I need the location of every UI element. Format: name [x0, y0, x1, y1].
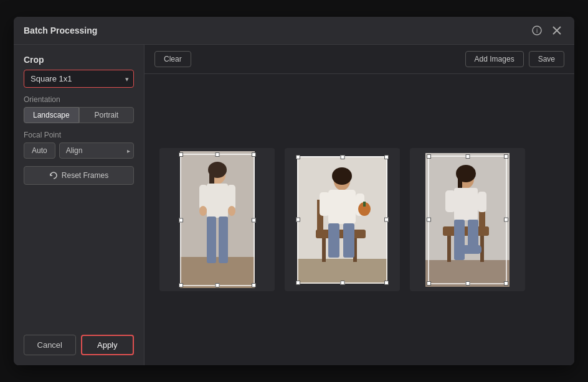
modal-overlay: Batch Processing i [0, 0, 588, 382]
modal-body: Crop Square 1x1 Original 16:9 4:3 3:2 Cu… [14, 45, 574, 365]
focal-align-select[interactable]: Align Center Top Bottom Left Right [59, 142, 134, 159]
crop-handle-ml-2[interactable] [296, 218, 300, 222]
cancel-button[interactable]: Cancel [24, 335, 76, 355]
toolbar-right: Add Images Save [465, 51, 564, 67]
clear-button[interactable]: Clear [154, 51, 191, 67]
landscape-button[interactable]: Landscape [24, 107, 79, 123]
crop-handle-tm-3[interactable] [465, 154, 470, 159]
crop-handle-tr-1[interactable] [252, 152, 256, 157]
info-button[interactable]: i [529, 23, 544, 38]
crop-handle-tl-1[interactable] [179, 152, 183, 157]
svg-text:i: i [536, 27, 538, 34]
focal-point-section: Focal Point Auto Align Center Top Bottom… [24, 131, 134, 159]
crop-frame-1 [180, 154, 255, 286]
auto-button[interactable]: Auto [24, 142, 55, 159]
apply-button[interactable]: Apply [81, 335, 135, 355]
focal-point-label: Focal Point [24, 131, 134, 139]
modal-title: Batch Processing [24, 26, 97, 35]
crop-handle-mr-2[interactable] [384, 218, 389, 222]
orientation-buttons: Landscape Portrait [24, 107, 134, 123]
crop-handle-br-1[interactable] [252, 283, 256, 287]
crop-handle-tl-3[interactable] [427, 154, 431, 159]
crop-handle-br-2[interactable] [384, 281, 389, 285]
images-grid [145, 74, 574, 365]
crop-handle-bl-3[interactable] [427, 281, 431, 286]
crop-section: Crop Square 1x1 Original 16:9 4:3 3:2 Cu… [24, 55, 134, 88]
orientation-section: Orientation Landscape Portrait [24, 95, 134, 123]
crop-frame-3 [428, 156, 507, 284]
portrait-button[interactable]: Portrait [79, 107, 134, 123]
crop-handle-bl-2[interactable] [296, 281, 300, 285]
close-button[interactable] [549, 23, 564, 38]
image-card-3 [410, 148, 525, 291]
toolbar-left: Clear [154, 51, 191, 67]
add-images-button[interactable]: Add Images [465, 51, 524, 67]
batch-processing-modal: Batch Processing i [14, 17, 574, 365]
crop-handle-tr-2[interactable] [384, 155, 389, 159]
image-card-2 [285, 148, 400, 291]
crop-handle-ml-1[interactable] [179, 218, 183, 222]
focal-point-row: Auto Align Center Top Bottom Left Right … [24, 142, 134, 159]
content-toolbar: Clear Add Images Save [145, 45, 574, 74]
info-icon: i [532, 26, 542, 35]
orientation-label: Orientation [24, 95, 134, 104]
crop-handle-bm-3[interactable] [465, 281, 470, 286]
crop-handle-tl-2[interactable] [296, 155, 300, 159]
save-button[interactable]: Save [529, 51, 564, 67]
focal-align-wrapper: Align Center Top Bottom Left Right ▸ [59, 142, 134, 159]
sidebar: Crop Square 1x1 Original 16:9 4:3 3:2 Cu… [14, 45, 145, 365]
reset-icon [49, 171, 58, 180]
crop-handle-bm-2[interactable] [340, 281, 344, 285]
sidebar-footer: Cancel Apply [24, 335, 134, 355]
crop-frame-2 [297, 156, 387, 284]
close-icon [552, 26, 561, 35]
crop-handle-br-3[interactable] [504, 281, 508, 286]
aspect-ratio-wrapper: Square 1x1 Original 16:9 4:3 3:2 Custom … [24, 70, 134, 88]
modal-header: Batch Processing i [14, 17, 574, 45]
modal-header-icons: i [529, 23, 564, 38]
crop-handle-bl-1[interactable] [179, 283, 183, 287]
reset-frames-button[interactable]: Reset Frames [24, 166, 134, 185]
crop-handle-tr-3[interactable] [504, 154, 508, 159]
crop-section-title: Crop [24, 55, 134, 65]
crop-handle-ml-3[interactable] [427, 218, 431, 222]
crop-handle-tm-1[interactable] [215, 152, 219, 157]
crop-handle-mr-3[interactable] [504, 218, 508, 222]
crop-handle-mr-1[interactable] [252, 218, 256, 222]
content-area: Clear Add Images Save [145, 45, 574, 365]
crop-handle-bm-1[interactable] [215, 283, 219, 287]
aspect-ratio-select[interactable]: Square 1x1 Original 16:9 4:3 3:2 Custom [24, 70, 134, 88]
image-card-1 [159, 148, 275, 291]
crop-handle-tm-2[interactable] [340, 155, 344, 159]
